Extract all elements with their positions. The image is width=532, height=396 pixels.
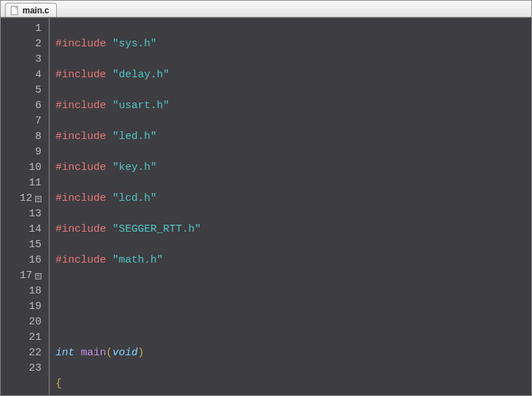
line-num: 17− [5, 268, 41, 284]
line-num: 14 [5, 222, 41, 237]
code-line: { [56, 376, 526, 392]
code-line: #include "delay.h" [56, 67, 526, 83]
line-num: 20 [5, 315, 41, 330]
line-num: 15 [5, 237, 41, 253]
code-line: #include "sys.h" [56, 37, 526, 52]
code-area[interactable]: #include "sys.h" #include "delay.h" #inc… [50, 18, 531, 395]
code-line: #include "usart.h" [56, 98, 526, 114]
line-num: 6 [5, 98, 41, 114]
line-num: 7 [5, 114, 41, 129]
line-num: 23 [5, 361, 41, 376]
tab-bar: main.c [1, 1, 531, 18]
code-line: #include "lcd.h" [56, 191, 526, 206]
line-num: 1 [5, 21, 41, 37]
editor-window: main.c 1 2 3 4 5 6 7 8 9 10 11 12− 13 14… [0, 0, 532, 396]
code-line: #include "led.h" [56, 129, 526, 145]
code-line [56, 315, 526, 330]
line-num: 9 [5, 145, 41, 160]
line-num: 12− [5, 191, 41, 206]
line-num: 11 [5, 176, 41, 191]
code-line [56, 284, 526, 299]
code-line: #include "key.h" [56, 160, 526, 176]
line-num: 5 [5, 83, 41, 98]
line-num: 8 [5, 129, 41, 145]
line-num: 21 [5, 330, 41, 345]
fold-icon[interactable]: − [35, 273, 41, 279]
line-num: 19 [5, 299, 41, 315]
fold-icon[interactable]: − [35, 196, 41, 202]
code-line: #include "SEGGER_RTT.h" [56, 222, 526, 237]
code-line: int main(void) [56, 345, 526, 361]
line-num: 10 [5, 160, 41, 176]
editor-area: 1 2 3 4 5 6 7 8 9 10 11 12− 13 14 15 16 … [1, 18, 531, 395]
tab-label: main.c [22, 6, 49, 15]
line-num: 3 [5, 52, 41, 67]
line-num: 2 [5, 37, 41, 52]
line-num: 4 [5, 67, 41, 83]
line-gutter: 1 2 3 4 5 6 7 8 9 10 11 12− 13 14 15 16 … [1, 18, 50, 395]
code-line: #include "math.h" [56, 253, 526, 268]
tab-main-c[interactable]: main.c [5, 3, 57, 17]
line-num: 13 [5, 206, 41, 222]
line-num: 22 [5, 345, 41, 361]
line-num: 16 [5, 253, 41, 268]
file-c-icon [10, 6, 20, 15]
line-num: 18 [5, 284, 41, 299]
